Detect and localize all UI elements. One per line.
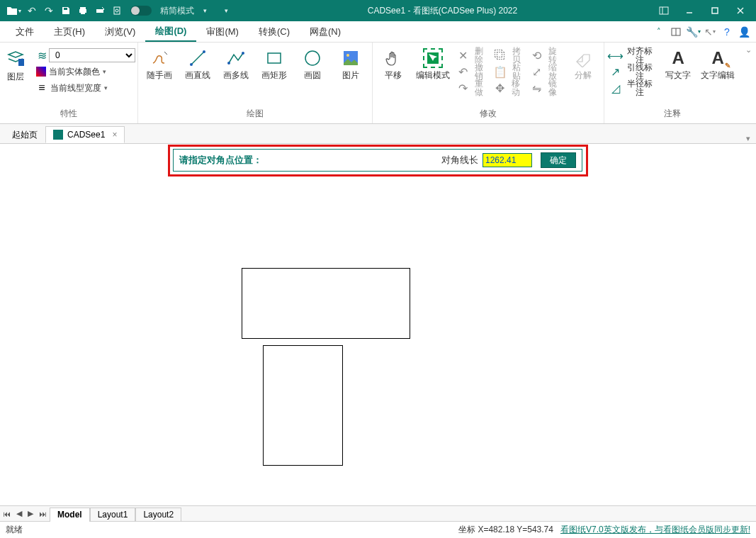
image-button[interactable]: 图片 [335, 45, 366, 79]
undo-icon: ↶ [458, 66, 468, 77]
maximize-button[interactable] [704, 0, 726, 21]
svg-point-23 [346, 54, 349, 57]
doc-tab-cadsee1[interactable]: CADSee1 × [45, 126, 125, 143]
paste-button[interactable]: 📋粘贴 [495, 65, 524, 79]
layout-nav-last[interactable]: ⏭ [36, 510, 50, 518]
drawn-rect-1[interactable] [242, 268, 410, 339]
layout-tab-1[interactable]: Layout1 [90, 508, 136, 522]
prompt-text: 请指定对角点位置： [179, 154, 262, 167]
quickprint-icon[interactable] [94, 4, 106, 17]
tabbar-dropdown-icon[interactable]: ▾ [740, 134, 756, 143]
layer-select[interactable]: 0 [49, 48, 135, 62]
svg-point-21 [305, 51, 320, 65]
ribbon-collapse-icon[interactable]: ⌄ [741, 43, 756, 123]
diagonal-input[interactable] [483, 153, 532, 167]
align-dim-icon: ⟷ [610, 50, 621, 61]
align-dim-button[interactable]: ⟷对齐标注 [610, 48, 656, 62]
cursor-icon[interactable]: ↖▾ [704, 26, 716, 38]
print-icon[interactable] [77, 4, 89, 17]
copy-icon: ⿻ [495, 50, 506, 61]
layout-tab-2[interactable]: Layout2 [135, 508, 181, 522]
drawn-rect-2[interactable] [263, 345, 343, 466]
titlebar: ▾ ↶ ↷ 精简模式 ▾ ▾ CADSee1 - 看图纸(CADSee Plus… [0, 0, 756, 21]
menu-draw[interactable]: 绘图(D) [145, 22, 196, 42]
mode-label[interactable]: 精简模式 [160, 5, 194, 17]
layer-icon: ≋ [36, 49, 47, 62]
move-icon: ✥ [495, 82, 505, 94]
redo-icon[interactable]: ↷ [43, 4, 55, 17]
layer-button[interactable]: 图层 [2, 45, 29, 81]
file-icon [53, 130, 63, 140]
copy-button[interactable]: ⿻拷贝 [495, 48, 524, 62]
svg-rect-0 [80, 7, 86, 9]
svg-point-5 [115, 9, 118, 12]
move-button[interactable]: ✥移动 [495, 81, 524, 95]
minimize-button[interactable] [678, 0, 701, 21]
entity-color-button[interactable]: 当前实体颜色 ▾ [36, 65, 135, 79]
preview-icon[interactable] [111, 4, 123, 17]
close-tab-icon[interactable]: × [112, 130, 117, 140]
svg-rect-9 [712, 8, 718, 13]
layout-nav-first[interactable]: ⏮ [0, 510, 13, 518]
status-coords: 坐标 X=482.18 Y=543.74 [458, 524, 553, 536]
text-edit-button[interactable]: A✎文字编辑 [700, 45, 735, 79]
svg-rect-4 [114, 7, 120, 14]
svg-rect-14 [18, 59, 24, 66]
ribbon-group-modify: 平移 编辑模式 ✕删除 ↶撤销 ↷重做 ⿻拷贝 📋粘贴 ✥移动 ⟲旋转 ⤢缩放 … [373, 43, 604, 123]
linewidth-button[interactable]: ≡ 当前线型宽度 ▾ [36, 81, 135, 95]
pan-button[interactable]: 平移 [378, 45, 408, 79]
line-button[interactable]: 画直线 [182, 45, 213, 79]
wrench-icon[interactable]: 🔧▾ [687, 26, 699, 38]
menu-file[interactable]: 文件 [6, 23, 44, 41]
svg-line-15 [191, 52, 204, 65]
save-icon[interactable] [60, 4, 72, 17]
rotate-icon: ⟲ [531, 50, 542, 61]
customize-dropdown-icon[interactable]: ▾ [220, 4, 232, 17]
panel-toggle-icon[interactable] [653, 0, 675, 21]
svg-rect-2 [81, 12, 85, 14]
mirror-button[interactable]: ⇋镜像 [531, 81, 561, 95]
edit-mode-button[interactable]: 编辑模式 [415, 45, 451, 79]
statusbar: 就绪 坐标 X=482.18 Y=543.74 看图纸V7.0英文版发布，与看图… [0, 521, 756, 538]
undo-icon[interactable]: ↶ [26, 4, 38, 17]
menu-browse[interactable]: 浏览(V) [95, 23, 145, 41]
radius-dim-icon: ◿ [610, 82, 621, 94]
collapse-ribbon-icon[interactable]: ˄ [653, 27, 665, 36]
scale-button[interactable]: ⤢缩放 [531, 65, 561, 79]
menu-home[interactable]: 主页(H) [44, 23, 95, 41]
menu-review[interactable]: 审图(M) [196, 23, 249, 41]
folder-icon[interactable]: ▾ [6, 4, 21, 17]
undo-button[interactable]: ↶撤销 [458, 65, 487, 79]
svg-point-18 [227, 62, 230, 65]
mode-dropdown-icon[interactable]: ▾ [198, 4, 211, 17]
menu-convert[interactable]: 转换(C) [249, 23, 300, 41]
layout-nav-prev[interactable]: ◀ [13, 509, 25, 518]
circle-button[interactable]: 画圆 [297, 45, 328, 79]
layout-tab-model[interactable]: Model [50, 508, 90, 522]
help-icon[interactable]: ? [721, 26, 733, 38]
menu-cloud[interactable]: 网盘(N) [300, 23, 351, 41]
rect-button[interactable]: 画矩形 [259, 45, 290, 79]
layout-nav-next[interactable]: ▶ [25, 509, 36, 518]
delete-button[interactable]: ✕删除 [458, 48, 487, 62]
canvas-area[interactable]: 请指定对角点位置： 对角线长 确定 [0, 144, 756, 505]
explode-button[interactable]: 分解 [568, 45, 598, 79]
close-button[interactable] [729, 0, 752, 21]
text-button[interactable]: A写文字 [663, 45, 693, 79]
user-icon[interactable]: 👤 [738, 26, 750, 38]
panel-icon[interactable] [670, 28, 682, 36]
start-tab[interactable]: 起始页 [4, 126, 45, 143]
ribbon-group-annot: ⟷对齐标注 ↗引线标注 ◿半径标注 A写文字 A✎文字编辑 注释 [604, 43, 741, 123]
status-link[interactable]: 看图纸V7.0英文版发布，与看图纸会员版同步更新! [560, 524, 750, 536]
status-ready: 就绪 [6, 524, 23, 536]
redo-icon: ↷ [458, 82, 468, 94]
freehand-button[interactable]: 随手画 [144, 45, 175, 79]
mode-toggle[interactable] [130, 6, 152, 16]
confirm-button[interactable]: 确定 [541, 152, 576, 168]
leader-dim-button[interactable]: ↗引线标注 [610, 65, 656, 79]
rotate-button[interactable]: ⟲旋转 [531, 48, 561, 62]
redo-button[interactable]: ↷重做 [458, 81, 487, 95]
color-icon [36, 67, 46, 77]
radius-dim-button[interactable]: ◿半径标注 [610, 81, 656, 95]
polyline-button[interactable]: 画多线 [220, 45, 252, 79]
